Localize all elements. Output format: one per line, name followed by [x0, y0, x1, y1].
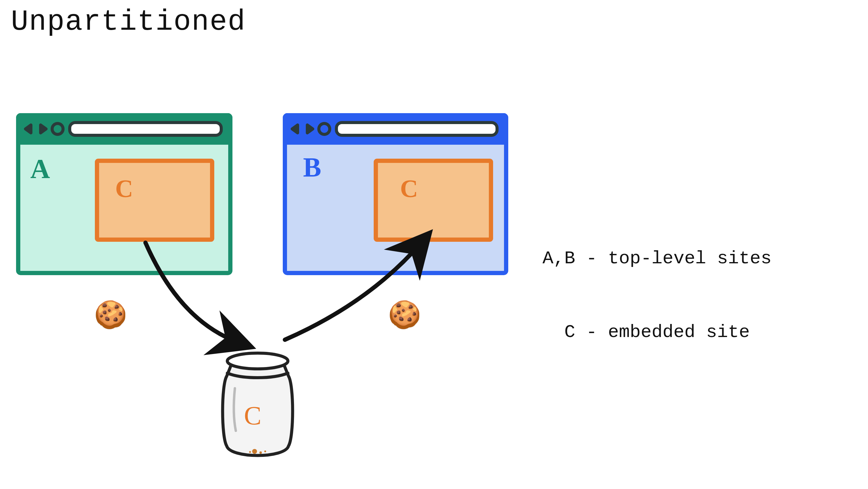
svg-point-10: [227, 353, 288, 369]
svg-point-13: [264, 451, 266, 452]
legend-line-1: A,B - top-level sites: [542, 246, 772, 271]
cookie-icon: 🍪: [388, 304, 421, 330]
legend-line-2: C - embedded site: [542, 320, 772, 345]
cookie-icon: 🍪: [94, 304, 127, 330]
svg-point-14: [249, 451, 251, 453]
svg-point-12: [259, 451, 262, 454]
svg-point-11: [252, 449, 257, 454]
cookie-jar-label: C: [244, 400, 261, 431]
arrow-a-to-jar: [146, 243, 240, 343]
legend: A,B - top-level sites C - embedded site: [542, 197, 772, 369]
